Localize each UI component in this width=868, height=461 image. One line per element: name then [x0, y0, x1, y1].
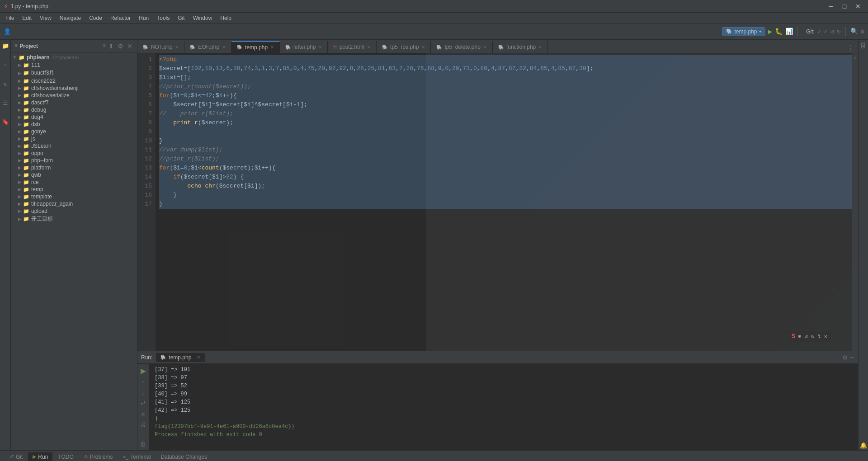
- output-flag: flag{12307bbf-9e91-4e61-a900-dd26a6d0ea4…: [155, 423, 853, 431]
- debug-button[interactable]: 🐛: [775, 28, 783, 35]
- left-sidebar-icons: 📁 ↑ ⇅ ☰ 🔖: [0, 40, 11, 450]
- folder-111[interactable]: ▶ 📁 111: [11, 61, 137, 69]
- tab-close-post2[interactable]: ✕: [367, 45, 371, 50]
- tab-tp5delete-php[interactable]: 🐘 tp5_delete.php ✕: [431, 41, 492, 53]
- git-checkmark2[interactable]: ✓: [824, 28, 827, 35]
- folder-dog4[interactable]: ▶ 📁 dog4: [11, 113, 137, 121]
- database-icon[interactable]: 🗄: [859, 42, 868, 51]
- commit-icon[interactable]: ↑: [1, 61, 10, 70]
- menu-view[interactable]: View: [36, 14, 55, 22]
- project-icon[interactable]: 📁: [1, 42, 10, 51]
- run-config-selector[interactable]: 🐘 temp.php ▾: [722, 27, 765, 36]
- folder-template[interactable]: ▶ 📁 template: [11, 193, 137, 200]
- dropdown-icon: ▾: [759, 29, 761, 34]
- run-minimize-button[interactable]: ─: [850, 354, 854, 361]
- folder-ctfserialize[interactable]: ▶ 📁 ctfshowserialize: [11, 92, 137, 99]
- folder-debug[interactable]: ▶ 📁 debug: [11, 106, 137, 113]
- menu-window[interactable]: Window: [189, 14, 216, 22]
- run-tab-close[interactable]: ✕: [197, 355, 200, 360]
- folder-qwb[interactable]: ▶ 📁 qwb: [11, 171, 137, 179]
- tab-letter-php[interactable]: 🐘 letter.php ✕: [280, 41, 328, 53]
- project-scroll-up[interactable]: ⬆: [108, 42, 115, 51]
- code-editor-content[interactable]: <?php $secret=[102,10,13,6,28,74,3,1,3,7…: [156, 53, 858, 351]
- menu-help[interactable]: Help: [217, 14, 235, 22]
- git-revert[interactable]: ↻: [837, 28, 840, 35]
- folder-ciscn2022[interactable]: ▶ 📁 ciscn2022: [11, 77, 137, 85]
- notifications-icon[interactable]: 🔔: [859, 441, 868, 450]
- menu-code[interactable]: Code: [85, 14, 106, 22]
- tab-function-php[interactable]: 🐘 function.php ✕: [493, 41, 548, 53]
- tab-temp-php[interactable]: 🐘 temp.php ✕: [231, 41, 280, 53]
- tab-run[interactable]: ▶ Run: [28, 452, 52, 461]
- tab-post2-html[interactable]: H post2.html ✕: [328, 41, 377, 53]
- run-scroll-up[interactable]: ↑: [141, 378, 146, 386]
- settings-button[interactable]: ⚙: [861, 28, 864, 35]
- menu-edit[interactable]: Edit: [19, 14, 35, 22]
- run-button[interactable]: ▶: [768, 27, 773, 36]
- git-checkmark1[interactable]: ✓: [817, 28, 821, 35]
- search-button[interactable]: 🔍: [850, 28, 858, 35]
- run-wrap-button[interactable]: ⇄: [140, 399, 146, 407]
- code-editor[interactable]: 1 2 3 4 5 6 7 8 9 10 11 12 13 14 15 16 1: [137, 53, 858, 351]
- folder-dsb[interactable]: ▶ 📁 dsb: [11, 121, 137, 128]
- run-play-button[interactable]: ▶: [140, 366, 147, 376]
- run-scroll-down[interactable]: ↓: [141, 388, 146, 397]
- minimize-button[interactable]: ─: [825, 1, 837, 11]
- tab-close-eof[interactable]: ✕: [222, 45, 226, 50]
- menu-refactor[interactable]: Refactor: [107, 14, 134, 22]
- run-coverage-button[interactable]: 📊: [785, 28, 793, 35]
- git-refresh[interactable]: ↺: [830, 28, 834, 35]
- pull-requests-icon[interactable]: ⇅: [1, 80, 10, 89]
- project-settings[interactable]: ⚙: [117, 42, 124, 51]
- project-header-icon1[interactable]: ⊕: [103, 42, 106, 49]
- tab-todo[interactable]: TODO: [53, 452, 78, 461]
- tab-close-letter[interactable]: ✕: [318, 45, 322, 50]
- folder-upload[interactable]: ▶ 📁 upload: [11, 207, 137, 215]
- folder-phpfpm[interactable]: ▶ 📁 php--fpm: [11, 157, 137, 164]
- run-settings-button[interactable]: ⚙: [842, 354, 848, 361]
- menu-file[interactable]: File: [2, 14, 18, 22]
- tab-terminal[interactable]: >_ Terminal: [118, 452, 156, 461]
- bookmarks-icon[interactable]: 🔖: [1, 118, 10, 127]
- tab-not-php[interactable]: 🐘 NOT.php ✕: [137, 41, 184, 53]
- menu-git[interactable]: Git: [174, 14, 188, 22]
- run-align-button[interactable]: ≡: [141, 410, 146, 419]
- output-line-3: [39] => 52: [155, 382, 853, 390]
- project-root[interactable]: ▼ 📁 phplearn D:\phplearn: [11, 53, 137, 61]
- tab-problems[interactable]: ⚠ Problems: [79, 452, 118, 461]
- menu-tools[interactable]: Tools: [153, 14, 173, 22]
- structure-icon[interactable]: ☰: [1, 99, 10, 108]
- folder-platform[interactable]: ▶ 📁 platform: [11, 164, 137, 171]
- folder-gonye[interactable]: ▶ 📁 gonye: [11, 128, 137, 135]
- maximize-button[interactable]: □: [838, 1, 851, 11]
- close-button[interactable]: ✕: [852, 1, 864, 11]
- folder-rce[interactable]: ▶ 📁 rce: [11, 179, 137, 186]
- tabs-more[interactable]: ⋮: [844, 44, 858, 53]
- menu-run[interactable]: Run: [135, 14, 152, 22]
- folder-chinese[interactable]: ▶ 📁 开工目标: [11, 215, 137, 223]
- folder-js[interactable]: ▶ 📁 js: [11, 135, 137, 142]
- run-delete-button[interactable]: 🗑: [139, 440, 147, 448]
- tab-close-not[interactable]: ✕: [175, 45, 179, 50]
- menu-navigate[interactable]: Navigate: [56, 14, 85, 22]
- tab-db-changes[interactable]: Database Changes: [156, 452, 212, 461]
- tab-close-tp5rce[interactable]: ✕: [421, 45, 425, 50]
- folder-titleappear[interactable]: ▶ 📁 titleappear_again: [11, 200, 137, 207]
- tab-close-temp[interactable]: ✕: [270, 45, 274, 50]
- project-collapse[interactable]: ✕: [126, 42, 133, 51]
- folder-dasctf7[interactable]: ▶ 📁 dasctf7: [11, 99, 137, 106]
- folder-jslearn[interactable]: ▶ 📁 JSLearn: [11, 142, 137, 150]
- tab-close-tp5del[interactable]: ✕: [483, 45, 487, 50]
- tab-close-function[interactable]: ✕: [538, 45, 542, 50]
- tab-tp5rce-php[interactable]: 🐘 tp5_rce.php ✕: [377, 41, 431, 53]
- tab-git[interactable]: ⎇ Git: [4, 452, 27, 461]
- folder-oppo[interactable]: ▶ 📁 oppo: [11, 150, 137, 157]
- folder-label: buuctf3月: [31, 69, 54, 77]
- tab-eof-php[interactable]: 🐘 EOF.php ✕: [184, 41, 231, 53]
- folder-temp[interactable]: ▶ 📁 temp: [11, 186, 137, 193]
- run-print-button[interactable]: 🖨: [139, 420, 147, 429]
- folder-buuctf3[interactable]: ▶ 📁 buuctf3月: [11, 69, 137, 77]
- output-line-7: }: [155, 414, 853, 423]
- folder-ctfshow[interactable]: ▶ 📁 ctfshowdaimashenji: [11, 85, 137, 92]
- run-tab[interactable]: 🐘 temp.php ✕: [156, 353, 205, 362]
